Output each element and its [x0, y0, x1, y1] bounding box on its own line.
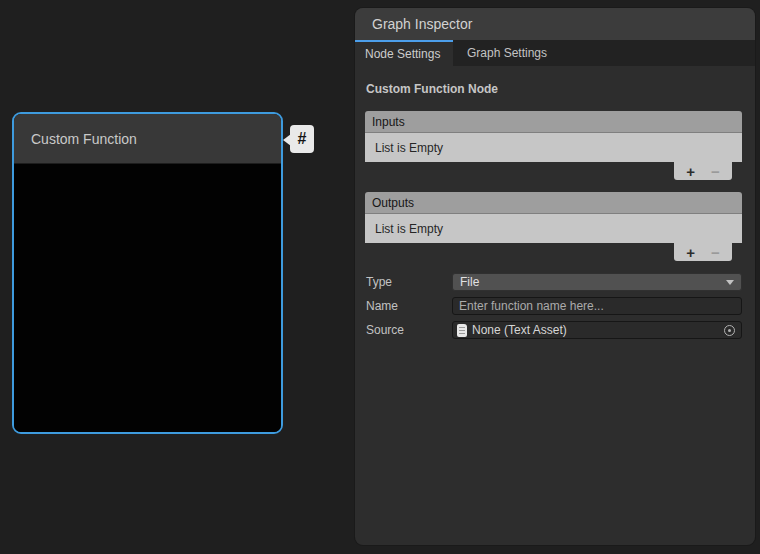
- node-hash-badge[interactable]: #: [283, 125, 315, 154]
- name-label: Name: [365, 299, 452, 313]
- source-row: Source None (Text Asset): [365, 321, 742, 339]
- inputs-empty-row: List is Empty: [365, 133, 742, 162]
- graph-inspector-panel: Graph Inspector Node Settings Graph Sett…: [355, 8, 755, 545]
- tab-graph-settings[interactable]: Graph Settings: [453, 40, 561, 66]
- source-object-field[interactable]: None (Text Asset): [452, 321, 742, 339]
- inputs-footer-box: + −: [674, 162, 732, 180]
- tab-bar: Node Settings Graph Settings: [355, 40, 755, 66]
- outputs-add-button[interactable]: +: [686, 245, 695, 260]
- properties-section: Type File Name Source None (Text Asset): [365, 273, 742, 339]
- outputs-footer-box: + −: [674, 243, 732, 261]
- panel-body: Custom Function Node Inputs List is Empt…: [355, 66, 755, 339]
- source-label: Source: [365, 323, 452, 337]
- outputs-list: Outputs List is Empty + −: [365, 192, 742, 261]
- type-label: Type: [365, 275, 452, 289]
- panel-title: Graph Inspector: [372, 16, 472, 32]
- chevron-down-icon: [726, 280, 734, 285]
- inputs-list-footer: + −: [365, 162, 742, 180]
- function-name-input[interactable]: [452, 297, 742, 315]
- section-heading: Custom Function Node: [366, 82, 742, 96]
- type-dropdown-value: File: [460, 275, 479, 289]
- custom-function-node[interactable]: Custom Function: [12, 112, 283, 434]
- inputs-remove-button[interactable]: −: [711, 164, 720, 179]
- node-title-bar[interactable]: Custom Function: [14, 114, 281, 164]
- tab-graph-settings-label: Graph Settings: [467, 46, 547, 60]
- outputs-list-footer: + −: [365, 243, 742, 261]
- inputs-list: Inputs List is Empty + −: [365, 111, 742, 180]
- panel-header: Graph Inspector: [355, 8, 755, 40]
- outputs-remove-button[interactable]: −: [711, 245, 720, 260]
- object-picker-icon[interactable]: [724, 325, 735, 336]
- node-preview: [14, 164, 281, 434]
- inputs-list-header: Inputs: [365, 111, 742, 133]
- inputs-empty-label: List is Empty: [375, 141, 443, 155]
- name-row: Name: [365, 297, 742, 315]
- type-dropdown[interactable]: File: [452, 273, 742, 291]
- tab-node-settings-label: Node Settings: [365, 47, 440, 61]
- text-asset-icon: [457, 324, 467, 337]
- hash-icon: #: [290, 125, 314, 153]
- type-row: Type File: [365, 273, 742, 291]
- inputs-add-button[interactable]: +: [686, 164, 695, 179]
- outputs-list-header: Outputs: [365, 192, 742, 214]
- outputs-empty-label: List is Empty: [375, 222, 443, 236]
- tab-node-settings[interactable]: Node Settings: [355, 40, 453, 66]
- node-title: Custom Function: [31, 131, 137, 147]
- inputs-list-title: Inputs: [372, 115, 405, 129]
- outputs-empty-row: List is Empty: [365, 214, 742, 243]
- outputs-list-title: Outputs: [372, 196, 414, 210]
- source-object-value: None (Text Asset): [472, 323, 567, 337]
